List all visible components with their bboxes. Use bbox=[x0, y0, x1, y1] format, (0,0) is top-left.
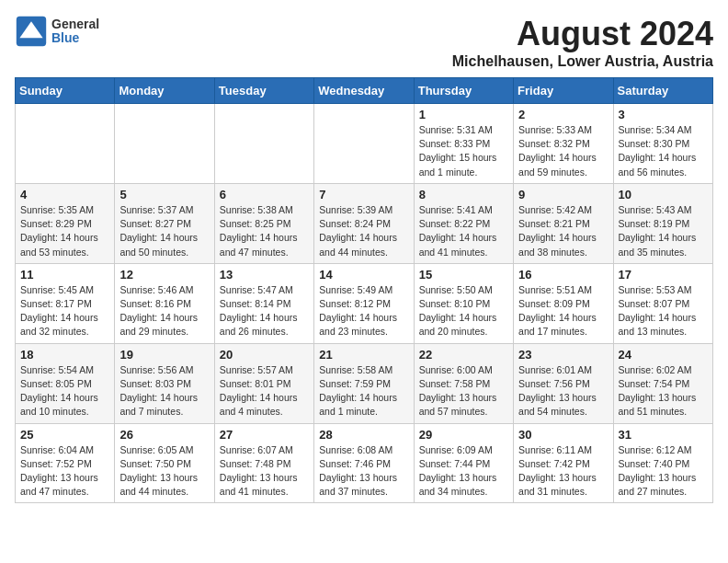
day-number: 17 bbox=[619, 268, 708, 282]
calendar-cell bbox=[314, 104, 414, 184]
page-title: August 2024 bbox=[452, 15, 713, 53]
calendar-cell bbox=[214, 104, 313, 184]
weekday-header: Monday bbox=[115, 78, 214, 104]
calendar-week-row: 4Sunrise: 5:35 AM Sunset: 8:29 PM Daylig… bbox=[16, 183, 713, 263]
day-number: 2 bbox=[518, 108, 608, 121]
day-info: Sunrise: 5:53 AM Sunset: 8:07 PM Dayligh… bbox=[619, 283, 708, 339]
day-info: Sunrise: 5:56 AM Sunset: 8:03 PM Dayligh… bbox=[119, 363, 209, 419]
weekday-header: Saturday bbox=[613, 78, 712, 104]
calendar-table: SundayMondayTuesdayWednesdayThursdayFrid… bbox=[15, 77, 713, 503]
calendar-cell: 3Sunrise: 5:34 AM Sunset: 8:30 PM Daylig… bbox=[613, 104, 712, 184]
weekday-header: Thursday bbox=[414, 78, 513, 104]
calendar-cell: 20Sunrise: 5:57 AM Sunset: 8:01 PM Dayli… bbox=[214, 343, 313, 423]
day-info: Sunrise: 6:05 AM Sunset: 7:50 PM Dayligh… bbox=[119, 443, 209, 500]
day-info: Sunrise: 5:49 AM Sunset: 8:12 PM Dayligh… bbox=[319, 283, 408, 339]
day-info: Sunrise: 5:57 AM Sunset: 8:01 PM Dayligh… bbox=[220, 363, 309, 419]
day-number: 29 bbox=[419, 428, 508, 442]
calendar-cell: 22Sunrise: 6:00 AM Sunset: 7:58 PM Dayli… bbox=[414, 343, 513, 423]
weekday-header: Wednesday bbox=[314, 78, 414, 104]
calendar-cell: 24Sunrise: 6:02 AM Sunset: 7:54 PM Dayli… bbox=[613, 343, 712, 423]
day-info: Sunrise: 5:35 AM Sunset: 8:29 PM Dayligh… bbox=[20, 203, 109, 259]
day-number: 4 bbox=[20, 188, 109, 201]
day-info: Sunrise: 6:12 AM Sunset: 7:40 PM Dayligh… bbox=[619, 443, 708, 500]
calendar-week-row: 1Sunrise: 5:31 AM Sunset: 8:33 PM Daylig… bbox=[16, 104, 713, 184]
day-info: Sunrise: 5:38 AM Sunset: 8:25 PM Dayligh… bbox=[220, 203, 309, 259]
day-number: 6 bbox=[220, 188, 309, 201]
calendar-week-row: 18Sunrise: 5:54 AM Sunset: 8:05 PM Dayli… bbox=[16, 343, 713, 423]
logo-line2: Blue bbox=[51, 31, 99, 45]
day-number: 24 bbox=[619, 348, 708, 362]
day-info: Sunrise: 5:43 AM Sunset: 8:19 PM Dayligh… bbox=[619, 203, 708, 259]
day-number: 10 bbox=[619, 188, 708, 201]
day-number: 5 bbox=[119, 188, 209, 201]
day-info: Sunrise: 5:54 AM Sunset: 8:05 PM Dayligh… bbox=[20, 363, 109, 419]
day-info: Sunrise: 6:00 AM Sunset: 7:58 PM Dayligh… bbox=[419, 363, 508, 419]
day-number: 19 bbox=[119, 348, 209, 362]
day-info: Sunrise: 5:46 AM Sunset: 8:16 PM Dayligh… bbox=[119, 283, 209, 339]
day-info: Sunrise: 5:42 AM Sunset: 8:21 PM Dayligh… bbox=[518, 203, 608, 259]
day-info: Sunrise: 6:02 AM Sunset: 7:54 PM Dayligh… bbox=[619, 363, 708, 419]
page-subtitle: Michelhausen, Lower Austria, Austria bbox=[452, 53, 713, 70]
day-number: 13 bbox=[220, 268, 309, 282]
day-number: 26 bbox=[119, 428, 209, 442]
calendar-week-row: 11Sunrise: 5:45 AM Sunset: 8:17 PM Dayli… bbox=[16, 263, 713, 343]
day-info: Sunrise: 6:08 AM Sunset: 7:46 PM Dayligh… bbox=[319, 443, 408, 500]
day-info: Sunrise: 5:51 AM Sunset: 8:09 PM Dayligh… bbox=[518, 283, 608, 339]
calendar-cell: 23Sunrise: 6:01 AM Sunset: 7:56 PM Dayli… bbox=[514, 343, 613, 423]
day-number: 16 bbox=[518, 268, 608, 282]
calendar-cell: 13Sunrise: 5:47 AM Sunset: 8:14 PM Dayli… bbox=[214, 263, 313, 343]
weekday-header: Tuesday bbox=[214, 78, 313, 104]
calendar-cell: 7Sunrise: 5:39 AM Sunset: 8:24 PM Daylig… bbox=[314, 183, 414, 263]
day-info: Sunrise: 5:47 AM Sunset: 8:14 PM Dayligh… bbox=[220, 283, 309, 339]
logo: General Blue bbox=[15, 15, 99, 48]
day-number: 30 bbox=[518, 428, 608, 442]
calendar-cell: 1Sunrise: 5:31 AM Sunset: 8:33 PM Daylig… bbox=[414, 104, 513, 184]
logo-line1: General bbox=[51, 17, 99, 31]
day-number: 7 bbox=[319, 188, 408, 201]
calendar-cell: 18Sunrise: 5:54 AM Sunset: 8:05 PM Dayli… bbox=[16, 343, 115, 423]
page-header: General Blue August 2024 Michelhausen, L… bbox=[15, 15, 713, 70]
calendar-cell: 9Sunrise: 5:42 AM Sunset: 8:21 PM Daylig… bbox=[514, 183, 613, 263]
calendar-cell: 26Sunrise: 6:05 AM Sunset: 7:50 PM Dayli… bbox=[115, 423, 214, 503]
day-number: 23 bbox=[518, 348, 608, 362]
calendar-week-row: 25Sunrise: 6:04 AM Sunset: 7:52 PM Dayli… bbox=[16, 423, 713, 503]
day-number: 20 bbox=[220, 348, 309, 362]
day-number: 25 bbox=[20, 428, 109, 442]
day-info: Sunrise: 5:58 AM Sunset: 7:59 PM Dayligh… bbox=[319, 363, 408, 419]
day-info: Sunrise: 5:41 AM Sunset: 8:22 PM Dayligh… bbox=[419, 203, 508, 259]
calendar-cell: 19Sunrise: 5:56 AM Sunset: 8:03 PM Dayli… bbox=[115, 343, 214, 423]
day-info: Sunrise: 5:33 AM Sunset: 8:32 PM Dayligh… bbox=[518, 123, 608, 179]
calendar-cell: 4Sunrise: 5:35 AM Sunset: 8:29 PM Daylig… bbox=[16, 183, 115, 263]
day-number: 15 bbox=[419, 268, 508, 282]
calendar-cell: 5Sunrise: 5:37 AM Sunset: 8:27 PM Daylig… bbox=[115, 183, 214, 263]
calendar-cell: 2Sunrise: 5:33 AM Sunset: 8:32 PM Daylig… bbox=[514, 104, 613, 184]
day-info: Sunrise: 5:45 AM Sunset: 8:17 PM Dayligh… bbox=[20, 283, 109, 339]
calendar-cell bbox=[115, 104, 214, 184]
weekday-header: Friday bbox=[514, 78, 613, 104]
day-number: 27 bbox=[220, 428, 309, 442]
calendar-cell: 25Sunrise: 6:04 AM Sunset: 7:52 PM Dayli… bbox=[16, 423, 115, 503]
day-info: Sunrise: 5:37 AM Sunset: 8:27 PM Dayligh… bbox=[119, 203, 209, 259]
calendar-cell: 21Sunrise: 5:58 AM Sunset: 7:59 PM Dayli… bbox=[314, 343, 414, 423]
logo-icon bbox=[15, 15, 48, 48]
day-info: Sunrise: 5:31 AM Sunset: 8:33 PM Dayligh… bbox=[419, 123, 508, 179]
day-number: 21 bbox=[319, 348, 408, 362]
title-block: August 2024 Michelhausen, Lower Austria,… bbox=[452, 15, 713, 70]
calendar-cell: 11Sunrise: 5:45 AM Sunset: 8:17 PM Dayli… bbox=[16, 263, 115, 343]
calendar-cell: 27Sunrise: 6:07 AM Sunset: 7:48 PM Dayli… bbox=[214, 423, 313, 503]
day-number: 31 bbox=[619, 428, 708, 442]
day-number: 3 bbox=[619, 108, 708, 121]
calendar-cell: 15Sunrise: 5:50 AM Sunset: 8:10 PM Dayli… bbox=[414, 263, 513, 343]
calendar-cell: 30Sunrise: 6:11 AM Sunset: 7:42 PM Dayli… bbox=[514, 423, 613, 503]
calendar-cell bbox=[16, 104, 115, 184]
day-number: 28 bbox=[319, 428, 408, 442]
day-info: Sunrise: 6:07 AM Sunset: 7:48 PM Dayligh… bbox=[220, 443, 309, 500]
calendar-cell: 12Sunrise: 5:46 AM Sunset: 8:16 PM Dayli… bbox=[115, 263, 214, 343]
day-number: 14 bbox=[319, 268, 408, 282]
weekday-header: Sunday bbox=[16, 78, 115, 104]
calendar-cell: 8Sunrise: 5:41 AM Sunset: 8:22 PM Daylig… bbox=[414, 183, 513, 263]
day-info: Sunrise: 5:34 AM Sunset: 8:30 PM Dayligh… bbox=[619, 123, 708, 179]
day-number: 1 bbox=[419, 108, 508, 121]
day-info: Sunrise: 5:50 AM Sunset: 8:10 PM Dayligh… bbox=[419, 283, 508, 339]
day-info: Sunrise: 5:39 AM Sunset: 8:24 PM Dayligh… bbox=[319, 203, 408, 259]
